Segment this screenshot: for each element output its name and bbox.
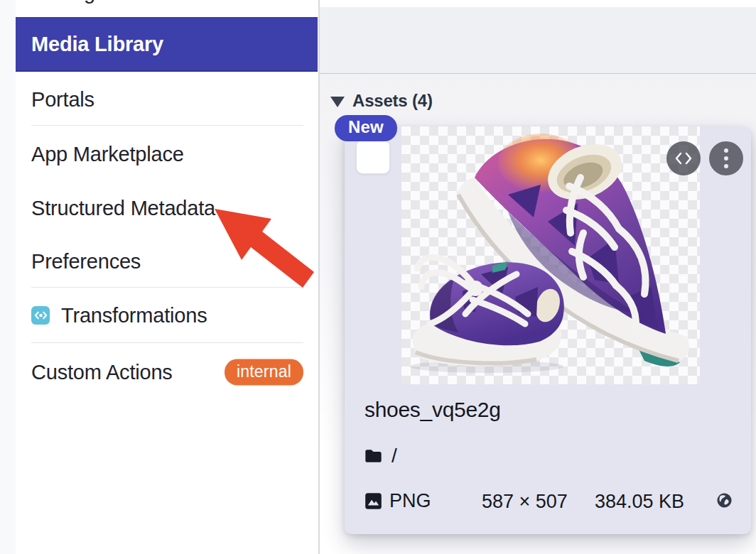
folder-icon bbox=[364, 449, 382, 463]
page-background-strip bbox=[0, 0, 16, 554]
new-badge: New bbox=[335, 115, 397, 141]
sidebar-item-custom-actions[interactable]: Custom Actions internal bbox=[16, 355, 318, 389]
divider bbox=[31, 342, 303, 343]
sidebar-item-portals[interactable]: Portals bbox=[16, 82, 318, 116]
more-options-button[interactable] bbox=[709, 141, 743, 175]
assets-section-title: Assets (4) bbox=[352, 91, 433, 111]
asset-format-label: PNG bbox=[389, 490, 431, 512]
image-format-icon bbox=[364, 492, 382, 510]
asset-format: PNG bbox=[364, 490, 431, 512]
sidebar-item-label: App Marketplace bbox=[31, 143, 184, 166]
shoes-image bbox=[401, 126, 700, 384]
sidebar-item-partial[interactable]: g bbox=[16, 0, 318, 8]
sidebar-nav: g Media Library Portals App Marketplace … bbox=[16, 0, 318, 554]
asset-folder-row: / bbox=[364, 445, 397, 467]
assets-content: Assets (4) bbox=[320, 74, 756, 554]
code-icon bbox=[674, 151, 693, 166]
sidebar-item-label: Media Library bbox=[31, 33, 163, 56]
sidebar-item-app-marketplace[interactable]: App Marketplace bbox=[16, 137, 318, 171]
toolbar-area bbox=[320, 7, 756, 74]
partial-label: g bbox=[84, 0, 95, 4]
internal-badge: internal bbox=[225, 359, 303, 386]
embed-code-button[interactable] bbox=[666, 141, 701, 175]
asset-file-size: 384.05 KB bbox=[595, 491, 684, 513]
media-library-panel: Assets (4) bbox=[320, 0, 756, 554]
sidebar-item-structured-metadata[interactable]: Structured Metadata bbox=[16, 191, 318, 225]
transformations-icon bbox=[31, 306, 50, 325]
sidebar-item-label: Transformations bbox=[61, 304, 207, 327]
sidebar-item-transformations[interactable]: Transformations bbox=[16, 298, 318, 332]
sidebar-item-label: Custom Actions bbox=[31, 361, 173, 384]
asset-select-checkbox[interactable] bbox=[356, 140, 390, 174]
sidebar-item-label: Structured Metadata bbox=[31, 197, 215, 220]
kebab-dot bbox=[724, 156, 728, 161]
sidebar-item-preferences[interactable]: Preferences bbox=[16, 244, 318, 278]
asset-meta-row: PNG 587 × 507 384.05 KB bbox=[364, 490, 734, 513]
sidebar-item-label: Preferences bbox=[31, 250, 141, 273]
app-window: g Media Library Portals App Marketplace … bbox=[0, 0, 756, 554]
asset-card[interactable]: shoes_vq5e2g / PNG 587 × 5 bbox=[345, 126, 751, 534]
asset-title: shoes_vq5e2g bbox=[364, 398, 501, 422]
divider bbox=[31, 125, 303, 126]
panel-divider bbox=[318, 0, 320, 554]
collapse-triangle-icon bbox=[330, 97, 345, 107]
asset-dimensions: 587 × 507 bbox=[482, 491, 568, 513]
sidebar-item-label: Portals bbox=[31, 88, 94, 112]
divider bbox=[31, 287, 303, 288]
kebab-dot bbox=[724, 164, 728, 168]
kebab-dot bbox=[724, 148, 728, 153]
asset-thumbnail bbox=[401, 126, 700, 384]
sidebar-item-media-library[interactable]: Media Library bbox=[16, 17, 318, 72]
assets-section-toggle[interactable]: Assets (4) bbox=[330, 91, 433, 111]
asset-folder-path: / bbox=[392, 445, 397, 467]
globe-icon bbox=[716, 492, 733, 509]
